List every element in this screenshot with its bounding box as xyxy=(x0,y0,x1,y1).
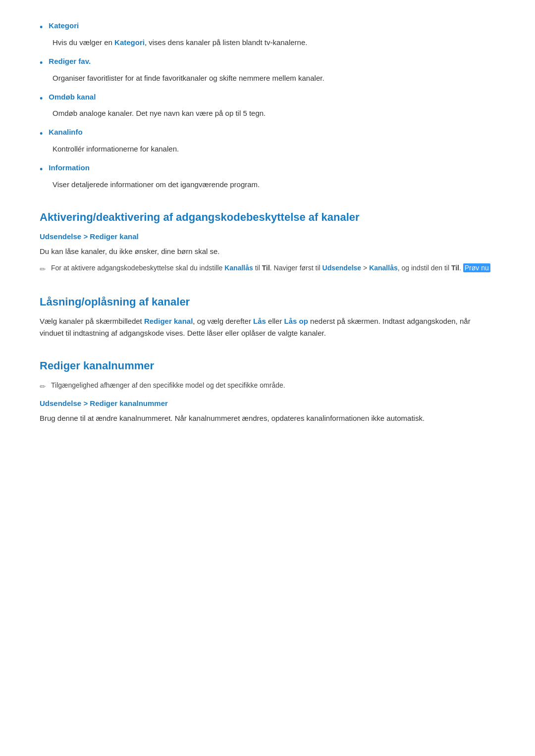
arrow-separator-1: > xyxy=(83,232,90,241)
bullet-dot-icon: • xyxy=(40,20,43,35)
bullet-label-kanalinfo[interactable]: Kanalinfo xyxy=(49,126,82,138)
bullet-dot-icon-5: • xyxy=(40,162,43,177)
bullet-label-rediger-fav[interactable]: Rediger fav. xyxy=(49,55,91,67)
subheading-aktivering: Udsendelse > Rediger kanal xyxy=(40,231,495,243)
note-block-kanalnummer: ✏ Tilgængelighed afhænger af den specifi… xyxy=(40,380,495,393)
link-rediger-kanalnummer[interactable]: Rediger kanalnummer xyxy=(90,399,168,407)
note-text-aktivering: For at aktivere adgangskodebeskyttelse s… xyxy=(51,262,490,273)
bullet-dot-icon-2: • xyxy=(40,56,43,70)
til-label-2: Til xyxy=(451,264,459,272)
link-kanallas-2[interactable]: Kanallås xyxy=(369,264,398,272)
section-heading-aktivering: Aktivering/deaktivering af adgangskodebe… xyxy=(40,208,495,226)
body-rediger-kanalnummer: Brug denne til at ændre kanalnummeret. N… xyxy=(40,412,495,424)
link-laas[interactable]: Lås xyxy=(253,317,266,325)
bullet-desc-kanalinfo: Kontrollér informationerne for kanalen. xyxy=(53,143,495,155)
bullet-section-rediger-fav: • Rediger fav. Organiser favoritlister f… xyxy=(40,55,495,84)
note-block-aktivering: ✏ For at aktivere adgangskodebeskyttelse… xyxy=(40,262,495,275)
note-text-kanalnummer: Tilgængelighed afhænger af den specifikk… xyxy=(51,380,285,391)
bullet-section-kanalinfo: • Kanalinfo Kontrollér informationerne f… xyxy=(40,126,495,155)
bullet-dot-icon-3: • xyxy=(40,92,43,106)
section-rediger-kanalnummer: Rediger kanalnummer ✏ Tilgængelighed afh… xyxy=(40,357,495,424)
link-kategori[interactable]: Kategori xyxy=(114,38,145,47)
section-heading-rediger-kanalnummer: Rediger kanalnummer xyxy=(40,357,495,374)
link-rediger-kanal-1[interactable]: Rediger kanal xyxy=(90,232,138,241)
body-aktivering: Du kan låse kanaler, du ikke ønsker, din… xyxy=(40,246,495,257)
bullet-section-kategori: • Kategori Hvis du vælger en Kategori, v… xyxy=(40,20,495,49)
bullet-section-omdob-kanal: • Omdøb kanal Omdøb analoge kanaler. Det… xyxy=(40,91,495,120)
bullet-list: • Kategori Hvis du vælger en Kategori, v… xyxy=(40,20,495,191)
bullet-section-information: • Information Viser detaljerede informat… xyxy=(40,162,495,191)
section-aktivering: Aktivering/deaktivering af adgangskodebe… xyxy=(40,208,495,275)
section-laasning: Låsning/oplåsning af kanaler Vælg kanale… xyxy=(40,293,495,339)
arrow-separator-2: > xyxy=(83,399,90,407)
link-laas-op[interactable]: Lås op xyxy=(284,317,308,325)
bullet-item-omdob-kanal: • Omdøb kanal xyxy=(40,91,495,106)
pencil-icon-1: ✏ xyxy=(40,263,46,275)
bullet-desc-information: Viser detaljerede informationer om det i… xyxy=(53,179,495,191)
bullet-item-information: • Information xyxy=(40,162,495,177)
bullet-item-rediger-fav: • Rediger fav. xyxy=(40,55,495,70)
bullet-dot-icon-4: • xyxy=(40,127,43,141)
bullet-desc-rediger-fav: Organiser favoritlister for at finde fav… xyxy=(53,72,495,84)
pencil-icon-2: ✏ xyxy=(40,381,46,393)
bullet-desc-kategori: Hvis du vælger en Kategori, vises dens k… xyxy=(53,37,495,49)
bullet-item-kategori: • Kategori xyxy=(40,20,495,35)
subheading-kanalnummer: Udsendelse > Rediger kanalnummer xyxy=(40,398,495,409)
link-udsendelse-2[interactable]: Udsendelse xyxy=(322,264,362,272)
til-label-1: Til xyxy=(262,264,270,272)
bullet-desc-omdob-kanal: Omdøb analoge kanaler. Det nye navn kan … xyxy=(53,107,495,119)
bullet-label-kategori[interactable]: Kategori xyxy=(49,20,79,32)
bullet-item-kanalinfo: • Kanalinfo xyxy=(40,126,495,141)
link-udsendelse-3[interactable]: Udsendelse xyxy=(40,399,81,407)
link-udsendelse-1[interactable]: Udsendelse xyxy=(40,232,81,241)
section-heading-laasning: Låsning/oplåsning af kanaler xyxy=(40,293,495,310)
link-rediger-kanal-2[interactable]: Rediger kanal xyxy=(144,317,193,325)
bullet-label-information[interactable]: Information xyxy=(49,162,90,174)
bullet-label-omdob-kanal[interactable]: Omdøb kanal xyxy=(49,91,96,103)
prov-nu-badge[interactable]: Prøv nu xyxy=(463,263,490,272)
body-laasning: Vælg kanaler på skærmbilledet Rediger ka… xyxy=(40,315,495,339)
link-kanallas-1[interactable]: Kanallås xyxy=(224,264,253,272)
